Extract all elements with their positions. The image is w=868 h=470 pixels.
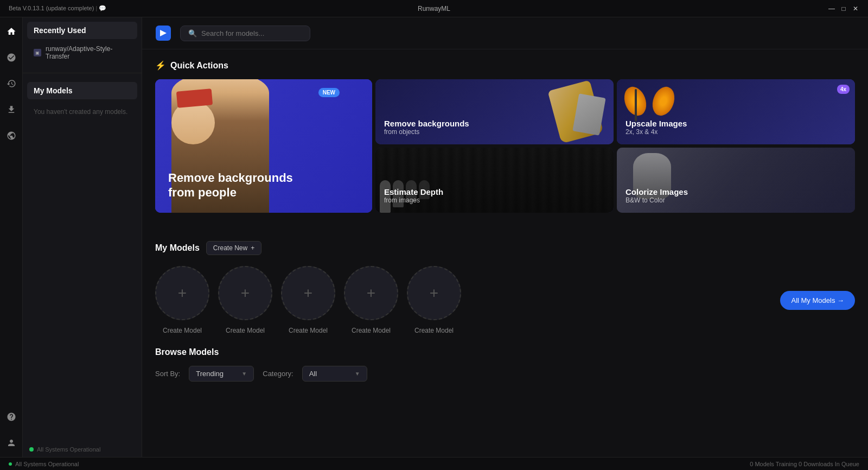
qa-card-upscale[interactable]: 4x Upscale Images 2x, 3x & 4x xyxy=(617,79,855,144)
my-models-main-section: My Models Create New + + Create Model + … xyxy=(142,241,868,347)
new-badge: NEW xyxy=(318,88,340,97)
nav-icon-history[interactable] xyxy=(4,76,19,91)
models-section-title: My Models xyxy=(155,243,200,253)
qa-card-objects-subtitle: from objects xyxy=(384,128,469,136)
main-content: 🔍 ⚡ Quick Actions xyxy=(142,17,868,457)
nav-icon-globe[interactable] xyxy=(4,128,19,143)
sidebar-icon-rail xyxy=(0,17,23,457)
qa-card-colorize-subtitle: B&W to Color xyxy=(626,196,688,204)
nav-icon-user[interactable] xyxy=(4,435,19,450)
close-button[interactable]: ✕ xyxy=(852,5,859,12)
create-circle-1[interactable]: + xyxy=(155,266,209,320)
qa-card-upscale-text: Upscale Images 2x, 3x & 4x xyxy=(626,119,687,136)
qa-card-colorize[interactable]: Colorize Images B&W to Color xyxy=(617,148,855,213)
model-card-2[interactable]: + Create Model xyxy=(218,266,272,334)
quick-actions-grid: NEW Remove backgrounds from people xyxy=(155,79,855,213)
header-logo xyxy=(155,25,171,41)
category-label: Category: xyxy=(263,370,293,378)
titlebar-version: Beta V.0.13.1 (update complete) xyxy=(9,5,94,11)
qa-card-depth-text: Estimate Depth from images xyxy=(384,187,443,204)
my-models-heading[interactable]: My Models xyxy=(27,82,137,99)
statusbar-left: All Systems Operational xyxy=(9,461,79,467)
create-label-4: Create Model xyxy=(352,327,391,334)
browse-title: Browse Models xyxy=(155,347,855,357)
browse-models-section: Browse Models Sort By: Trending ▼ Catego… xyxy=(142,347,868,395)
status-label: All Systems Operational xyxy=(37,446,100,453)
qa-card-remove-bg-people[interactable]: NEW Remove backgrounds from people xyxy=(155,79,372,213)
models-header: My Models Create New + xyxy=(155,241,855,255)
quick-actions-label: Quick Actions xyxy=(170,61,228,71)
qa-card-depth-subtitle: from images xyxy=(384,196,443,204)
statusbar-queue-info: 0 Models Training 0 Downloads In Queue xyxy=(750,461,859,467)
titlebar: Beta V.0.13.1 (update complete) | 💬 Runw… xyxy=(0,0,868,17)
my-models-section: My Models You haven't created any models… xyxy=(23,78,142,442)
model-card-5[interactable]: + Create Model xyxy=(407,266,461,334)
minimize-button[interactable]: — xyxy=(828,5,835,12)
create-new-button[interactable]: Create New + xyxy=(206,241,261,255)
model-card-1[interactable]: + Create Model xyxy=(155,266,209,334)
create-label-5: Create Model xyxy=(414,327,454,334)
nav-icon-home[interactable] xyxy=(4,24,19,39)
titlebar-controls: — □ ✕ xyxy=(751,5,859,12)
model-cards-row: + Create Model + Create Model + Create M… xyxy=(155,266,855,334)
statusbar-status-text: All Systems Operational xyxy=(15,461,79,467)
create-label-3: Create Model xyxy=(289,327,328,334)
upscale-badge: 4x xyxy=(837,85,850,94)
create-circle-2[interactable]: + xyxy=(218,266,272,320)
search-bar[interactable]: 🔍 xyxy=(180,26,310,41)
search-input[interactable] xyxy=(201,29,302,37)
qa-card-upscale-title: Upscale Images xyxy=(626,119,687,128)
model-card-4[interactable]: + Create Model xyxy=(344,266,398,334)
sort-by-dropdown[interactable]: Trending ▼ xyxy=(189,366,254,382)
qa-card-remove-bg-objects[interactable]: Remove backgrounds from objects xyxy=(375,79,614,144)
qa-card-objects-title: Remove backgrounds xyxy=(384,119,469,128)
create-new-label: Create New xyxy=(213,244,247,252)
sidebar-item-adaptive-style[interactable]: ▣ runway/Adaptive-Style-Transfer xyxy=(27,41,137,64)
recently-used-section: Recently Used ▣ runway/Adaptive-Style-Tr… xyxy=(23,17,142,68)
app-body: Recently Used ▣ runway/Adaptive-Style-Tr… xyxy=(0,17,868,457)
sidebar-item-label: runway/Adaptive-Style-Transfer xyxy=(46,45,131,60)
nav-icon-upload[interactable] xyxy=(4,102,19,117)
sort-by-label: Sort By: xyxy=(155,370,180,378)
lightning-icon: ⚡ xyxy=(155,60,166,71)
status-indicator xyxy=(29,447,34,452)
search-icon: 🔍 xyxy=(188,29,197,37)
status-dot xyxy=(9,462,12,466)
qa-card-upscale-subtitle: 2x, 3x & 4x xyxy=(626,128,687,136)
sort-by-arrow: ▼ xyxy=(241,371,247,377)
create-label-2: Create Model xyxy=(226,327,265,334)
main-header: 🔍 xyxy=(142,17,868,49)
nav-icon-models[interactable] xyxy=(4,50,19,65)
create-label-1: Create Model xyxy=(163,327,202,334)
qa-card-depth[interactable]: Estimate Depth from images xyxy=(375,148,614,213)
create-circle-5[interactable]: + xyxy=(407,266,461,320)
titlebar-left: Beta V.0.13.1 (update complete) | 💬 xyxy=(9,5,117,12)
all-my-models-button[interactable]: All My Models → xyxy=(780,291,855,310)
qa-card-colorize-text: Colorize Images B&W to Color xyxy=(626,187,688,204)
create-circle-4[interactable]: + xyxy=(344,266,398,320)
qa-card-hero-title: Remove backgrounds from people xyxy=(168,171,293,200)
sort-by-value: Trending xyxy=(196,370,224,378)
statusbar: All Systems Operational 0 Models Trainin… xyxy=(0,457,868,470)
qa-card-colorize-title: Colorize Images xyxy=(626,187,688,196)
plus-icon: + xyxy=(251,244,254,252)
recently-used-heading[interactable]: Recently Used xyxy=(27,22,137,39)
nav-icon-help[interactable] xyxy=(4,409,19,424)
sidebar-status: All Systems Operational xyxy=(23,442,142,457)
model-icon: ▣ xyxy=(34,49,41,56)
statusbar-right: 0 Models Training 0 Downloads In Queue xyxy=(750,461,859,467)
qa-card-hero-text: Remove backgrounds from people xyxy=(168,171,293,200)
browse-filters: Sort By: Trending ▼ Category: All ▼ xyxy=(155,366,855,382)
sidebar-panel: Recently Used ▣ runway/Adaptive-Style-Tr… xyxy=(23,17,142,457)
titlebar-title: RunwayML xyxy=(117,5,751,12)
qa-card-objects-text: Remove backgrounds from objects xyxy=(384,119,469,136)
create-circle-3[interactable]: + xyxy=(281,266,335,320)
qa-card-depth-title: Estimate Depth xyxy=(384,187,443,196)
quick-actions-section: ⚡ Quick Actions NEW xyxy=(142,49,868,241)
model-card-3[interactable]: + Create Model xyxy=(281,266,335,334)
quick-actions-title: ⚡ Quick Actions xyxy=(155,60,855,71)
maximize-button[interactable]: □ xyxy=(840,5,847,12)
no-models-text: You haven't created any models. xyxy=(27,104,137,120)
category-value: All xyxy=(309,370,317,378)
category-dropdown[interactable]: All ▼ xyxy=(302,366,367,382)
